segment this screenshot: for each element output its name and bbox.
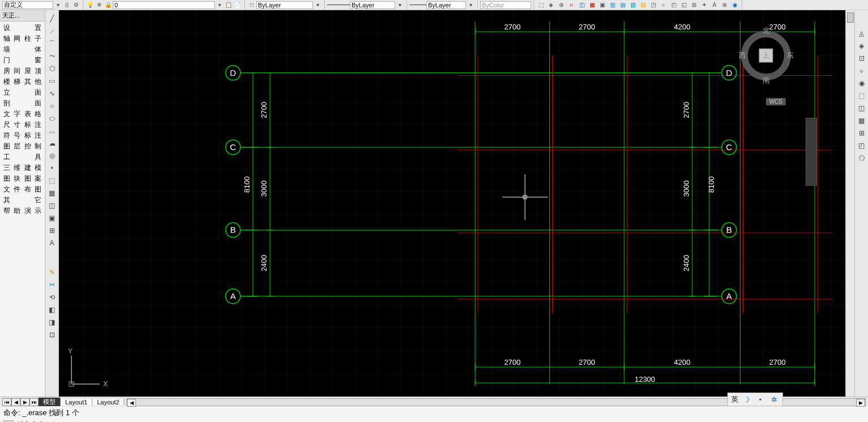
line-icon[interactable]: ╱ (46, 13, 58, 24)
misc-icon[interactable]: ⊕ (557, 1, 566, 10)
point-icon[interactable]: • (46, 163, 58, 174)
hatch-icon[interactable]: ▦ (46, 187, 58, 199)
dropdown-icon[interactable]: ▾ (215, 1, 224, 10)
sidebar-item[interactable]: 帮助演示 (0, 206, 45, 216)
modify-icon[interactable]: ⟲ (46, 292, 58, 303)
sidebar-item[interactable]: 剖 面 (0, 98, 45, 109)
misc-icon[interactable]: ◫ (577, 1, 586, 10)
gradient-icon[interactable]: ◫ (46, 200, 58, 211)
modify-icon[interactable]: ✂ (46, 279, 58, 291)
text-icon[interactable]: A (46, 237, 58, 249)
lineweight-dropdown[interactable] (426, 1, 466, 9)
tab-model[interactable]: 模型 (39, 398, 61, 406)
misc-icon[interactable]: ⊕ (720, 1, 729, 10)
layer-icon-2[interactable]: ❄ (95, 1, 104, 10)
sidebar-item[interactable]: 三维建模 (0, 163, 45, 173)
donut-icon[interactable]: ◎ (46, 150, 58, 161)
sidebar-item[interactable]: 尺寸标注 (0, 120, 45, 130)
pline-icon[interactable]: ⟋ (46, 25, 58, 37)
dropdown-icon[interactable]: ▾ (313, 1, 322, 10)
ime-label[interactable]: 英 (731, 395, 738, 404)
rtool-icon[interactable]: ⊡ (856, 53, 867, 64)
tab-prev-icon[interactable]: ◀ (11, 398, 20, 406)
rect-icon[interactable]: ▭ (46, 75, 58, 87)
misc-icon[interactable]: ▦ (587, 1, 596, 10)
misc-icon[interactable]: ✦ (700, 1, 709, 10)
cloud-icon[interactable]: ☁ (46, 138, 58, 149)
tab-next-icon[interactable]: ▶ (20, 398, 29, 406)
sidebar-item[interactable]: 设 置 (0, 23, 45, 33)
layer-tool-2[interactable]: 📄 (233, 1, 242, 10)
misc-icon[interactable]: ▣ (598, 1, 607, 10)
layer-tool-1[interactable]: 📋 (224, 1, 233, 10)
tab-first-icon[interactable]: ⏮ (2, 398, 11, 406)
rtool-icon[interactable]: ◈ (856, 40, 867, 52)
table-icon[interactable]: ⊞ (46, 225, 58, 236)
tool-icon-1[interactable]: ⎙ (62, 1, 71, 10)
sidebar-item[interactable]: 文件布图 (0, 184, 45, 195)
dropdown-icon[interactable]: ▾ (466, 1, 475, 10)
rtool-icon[interactable]: ⟐ (856, 65, 867, 76)
misc-icon[interactable]: ▨ (638, 1, 647, 10)
misc-icon[interactable]: ◉ (730, 1, 739, 10)
modify-icon[interactable]: ✎ (46, 267, 58, 278)
spline-icon[interactable]: ∿ (46, 88, 58, 99)
rtool-icon[interactable]: ▦ (856, 115, 867, 126)
misc-icon[interactable]: A (710, 1, 719, 10)
misc-icon[interactable]: ⬚ (536, 1, 545, 10)
ellipsearc-icon[interactable]: ⌓ (46, 125, 58, 137)
sidebar-item[interactable]: 图块图案 (0, 173, 45, 184)
misc-icon[interactable]: ◈ (547, 1, 556, 10)
tab-last-icon[interactable]: ⏭ (29, 398, 39, 406)
layer-dropdown[interactable] (113, 1, 215, 9)
misc-icon[interactable]: ▤ (618, 1, 627, 10)
gear-icon[interactable]: ✲ (769, 394, 779, 404)
misc-icon[interactable]: ⌗ (567, 1, 576, 10)
dot-icon[interactable]: • (755, 394, 765, 404)
circle-icon[interactable]: ○ (46, 100, 58, 112)
rtool-icon[interactable]: ◬ (856, 28, 867, 39)
polyline-icon[interactable]: ⤳ (46, 50, 58, 62)
layer-icon-3[interactable]: 🔒 (104, 1, 113, 10)
sidebar-item[interactable]: 立 面 (0, 87, 45, 98)
misc-icon[interactable]: ◳ (649, 1, 658, 10)
modify-icon[interactable]: ◧ (46, 304, 58, 316)
rtool-icon[interactable]: ⬠ (856, 152, 867, 164)
layer-icon-1[interactable]: 💡 (86, 1, 95, 10)
polygon-icon[interactable]: ⬠ (46, 63, 58, 74)
tab-layout2[interactable]: Layout2 (92, 399, 124, 406)
sidebar-item[interactable]: 门 窗 (0, 55, 45, 66)
block-icon[interactable]: ⬚ (46, 175, 58, 186)
color-dropdown[interactable] (256, 1, 313, 9)
rtool-icon[interactable]: ◰ (856, 140, 867, 151)
rtool-icon[interactable]: ⬚ (856, 90, 867, 101)
sidebar-item[interactable]: 文字表格 (0, 109, 45, 120)
vertical-scrollbar[interactable] (845, 10, 854, 397)
misc-icon[interactable]: ◱ (679, 1, 688, 10)
sidebar-item[interactable]: 墙 体 (0, 44, 45, 55)
sidebar-item[interactable]: 楼梯其他 (0, 76, 45, 87)
bycolor-dropdown[interactable] (480, 1, 531, 9)
region-icon[interactable]: ▣ (46, 212, 58, 224)
close-icon[interactable]: ✕ (53, 410, 61, 417)
misc-icon[interactable]: ⟐ (659, 1, 668, 10)
dropdown-icon[interactable]: ▾ (395, 1, 404, 10)
linetype-dropdown[interactable] (350, 1, 395, 9)
color-swatch[interactable]: □ (247, 1, 256, 10)
sidebar-item[interactable]: 工 具 (0, 152, 45, 163)
moon-icon[interactable]: ☽ (742, 394, 752, 404)
modify-icon[interactable]: ⊡ (46, 329, 58, 340)
sidebar-item[interactable]: 图层控制 (0, 141, 45, 152)
misc-icon[interactable]: ▥ (608, 1, 617, 10)
view-compass[interactable]: 上 北 南 东 西 (738, 27, 794, 84)
arc-icon[interactable]: ⌒ (46, 38, 58, 49)
rtool-icon[interactable]: ⊞ (856, 127, 867, 139)
rtool-icon[interactable]: ◫ (856, 103, 867, 114)
drawing-canvas[interactable]: AABBCCDD27002700420027002700270042002700… (59, 10, 845, 397)
dropdown-icon[interactable]: ▾ (53, 1, 62, 10)
custom-dropdown[interactable] (2, 1, 53, 9)
ellipse-icon[interactable]: ⬭ (46, 113, 58, 124)
sidebar-item[interactable]: 符号标注 (0, 130, 45, 141)
sidebar-item[interactable]: 轴网柱子 (0, 33, 45, 44)
misc-icon[interactable]: ⊞ (689, 1, 698, 10)
